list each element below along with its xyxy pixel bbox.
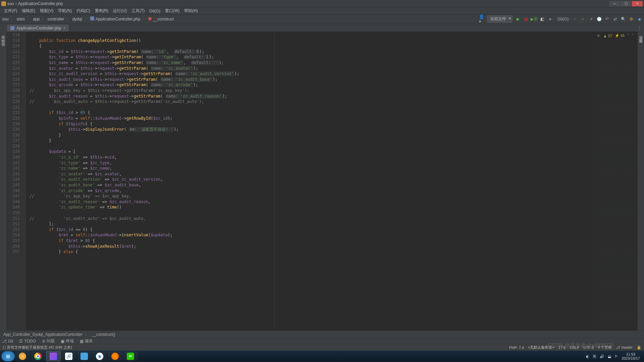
toolwin-git[interactable]: ⎇ Git <box>2 339 13 344</box>
breadcrumb-item[interactable]: __construct <box>148 17 174 21</box>
code-with-me-icon[interactable]: ⇄ <box>612 16 618 22</box>
tray-icon[interactable]: ◐ <box>586 354 589 359</box>
windows-taskbar: ⊞ 🔗 ◉ ✉ ◐ 英 🔊 ⬓ 🏳 11:53 2023/10/17 <box>0 351 644 362</box>
debug-icon[interactable]: 🐞 <box>523 16 529 22</box>
breadcrumb-item[interactable]: app <box>33 17 40 21</box>
taskbar-phpstorm[interactable] <box>46 351 61 361</box>
menu-item[interactable]: 代码(C) <box>74 7 92 14</box>
profile-icon[interactable]: ◧ <box>539 16 545 22</box>
run-icon[interactable]: ▶ <box>515 16 521 22</box>
run-config-select[interactable]: 当前文件 <box>487 15 513 23</box>
settings-icon[interactable]: ⚙ <box>629 16 634 22</box>
menu-item[interactable]: 文件(F) <box>2 7 19 14</box>
window-titlebar: sou – ApplicationController.php — ▢ ✕ <box>0 0 644 7</box>
tray-ime[interactable]: 英 <box>593 354 596 359</box>
toolwin-terminal[interactable]: ▣ 终端 <box>61 338 74 344</box>
status-encoding[interactable]: UTF-8 <box>583 346 594 350</box>
taskbar-app-1[interactable] <box>15 351 30 361</box>
warnings-badge[interactable]: ▲ 17 <box>603 34 612 38</box>
tool-window-bar: ⎇ Git ☰ TODO ⊘ 问题 ▣ 终端 ▦ 服务 <box>0 338 644 344</box>
breadcrumb-item[interactable]: controller <box>48 17 64 21</box>
fold-gutter[interactable] <box>23 32 26 330</box>
inspections-eye-icon[interactable]: 👁 <box>597 34 600 38</box>
navigation-bar: sou〉sites〉app〉controller〉dydqt〉Applicati… <box>0 15 644 23</box>
stop-icon[interactable]: ■ <box>547 16 553 22</box>
taskbar-chrome[interactable] <box>31 351 45 361</box>
breadcrumb-item[interactable]: ApplicationController.php <box>90 16 140 21</box>
taskbar-app-5[interactable] <box>77 351 92 361</box>
coverage-icon[interactable]: ▶⦿ <box>531 16 537 22</box>
toolwin-problems[interactable]: ⊘ 问题 <box>42 338 55 344</box>
editor-tabs: ApplicationController.php × ⋮ <box>0 23 644 32</box>
minimap-panel: 👁 ▲ 17 ⚡ 45 ˄ ˅ <box>590 32 637 330</box>
tray-network-icon[interactable]: ⬓ <box>608 354 611 359</box>
start-button[interactable]: ⊞ <box>1 351 15 361</box>
status-php[interactable]: PHP: 7.4 <box>509 346 524 350</box>
git-history-icon[interactable]: 🕘 <box>596 16 602 22</box>
git-update-icon[interactable]: ✓ <box>572 16 578 22</box>
tab-application-controller[interactable]: ApplicationController.php × <box>7 24 69 32</box>
window-title: sou – ApplicationController.php <box>7 1 63 6</box>
status-lock-icon[interactable]: 🔒 <box>637 345 641 350</box>
git-label: Git(G): <box>557 17 570 21</box>
system-tray[interactable]: ◐ 英 🔊 ⬓ 🏳 11:53 2023/10/17 <box>586 352 643 360</box>
app-icon <box>1 1 6 6</box>
status-message: 所有文件都处于最新状态 (42 分钟 之前) <box>7 345 72 349</box>
learn-icon[interactable]: ◆ <box>637 16 642 22</box>
weak-warnings-badge[interactable]: ⚡ 45 <box>615 34 625 38</box>
taskbar-app-6[interactable]: ◉ <box>92 351 107 361</box>
status-eol[interactable]: CRLF <box>570 346 579 350</box>
menu-item[interactable]: 工具(T) <box>129 7 147 14</box>
left-tool-strip: 项目结构书签 <box>0 32 7 330</box>
status-indent[interactable]: 4 个空格 <box>598 345 612 350</box>
close-button[interactable]: ✕ <box>632 1 643 6</box>
prev-highlight-icon[interactable]: ˄ <box>627 34 629 38</box>
close-tab-icon[interactable]: × <box>63 26 65 31</box>
breadcrumb-item[interactable]: dydqt <box>72 17 82 21</box>
breadcrumb-method[interactable]: __construct() <box>92 332 115 337</box>
breadcrumb[interactable]: sou〉sites〉app〉controller〉dydqt〉Applicati… <box>2 16 174 22</box>
menu-item[interactable]: 导航(N) <box>56 7 74 14</box>
status-message-icon: ☐ <box>3 345 6 349</box>
breadcrumb-class[interactable]: App_Controller_Dydqt_ApplicationControll… <box>3 332 82 337</box>
breadcrumb-item[interactable]: sou <box>2 17 8 21</box>
taskbar-firefox[interactable] <box>108 351 122 361</box>
git-commit-icon[interactable]: ✓ <box>580 16 586 22</box>
menu-item[interactable]: 窗口(W) <box>163 7 181 14</box>
menu-item[interactable]: 重构(R) <box>93 7 111 14</box>
menu-bar: 文件(F)编辑(E)视图(V)导航(N)代码(C)重构(R)运行(U)工具(T)… <box>0 7 644 15</box>
tray-sound-icon[interactable]: 🔊 <box>600 354 604 359</box>
tray-time[interactable]: 11:53 <box>622 352 640 356</box>
menu-item[interactable]: 帮助(H) <box>182 7 200 14</box>
toolwin-todo[interactable]: ☰ TODO <box>19 339 36 344</box>
code-editor[interactable]: public function changeAppletConfigAction… <box>26 32 590 330</box>
taskbar-wechat[interactable]: ✉ <box>123 351 138 361</box>
tray-flag-icon[interactable]: 🏳 <box>614 354 618 358</box>
breadcrumb-item[interactable]: sites <box>16 17 25 21</box>
line-gutter: 2182192202212222232242252262272282292302… <box>7 32 23 330</box>
toolwin-services[interactable]: ▦ 服务 <box>80 338 93 344</box>
git-rollback-icon[interactable]: ↶ <box>604 16 610 22</box>
maximize-button[interactable]: ▢ <box>621 1 631 6</box>
status-branch[interactable]: ⎇ master <box>616 345 633 350</box>
status-server[interactable]: <无默认服务器> <box>528 345 554 350</box>
status-caret-pos[interactable]: 17:6 <box>558 346 566 350</box>
main-area: 项目结构书签 218219220221222223224225226227228… <box>0 32 644 330</box>
search-icon[interactable]: 🔍 <box>621 16 626 22</box>
structure-breadcrumb[interactable]: App_Controller_Dydqt_ApplicationControll… <box>0 330 644 338</box>
next-highlight-icon[interactable]: ˅ <box>632 34 634 38</box>
user-icon[interactable]: 👤▾ <box>479 16 484 22</box>
right-margin-guide <box>274 32 275 330</box>
menu-item[interactable]: 编辑(E) <box>20 7 37 14</box>
minimize-button[interactable]: — <box>609 1 620 6</box>
git-push-icon[interactable]: ↗ <box>588 16 594 22</box>
menu-item[interactable]: 视图(V) <box>38 7 55 14</box>
tray-date[interactable]: 2023/10/17 <box>622 356 640 360</box>
status-bar: ☐ 所有文件都处于最新状态 (42 分钟 之前) PHP: 7.4 <无默认服务… <box>0 344 644 351</box>
tab-label: ApplicationController.php <box>16 26 61 31</box>
taskbar-app-4[interactable]: 🔗 <box>61 351 76 361</box>
tab-options-icon[interactable]: ⋮ <box>635 24 644 32</box>
menu-item[interactable]: Git(G) <box>147 8 162 14</box>
menu-item[interactable]: 运行(U) <box>111 7 129 14</box>
minimap[interactable] <box>593 40 635 328</box>
